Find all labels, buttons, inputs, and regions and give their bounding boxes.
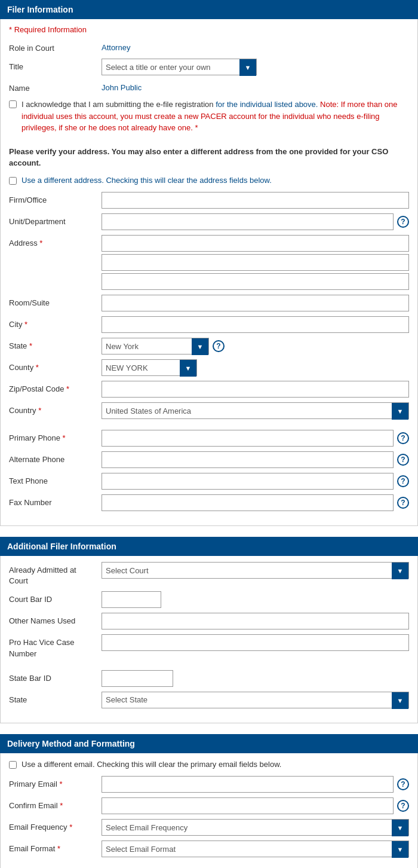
court-label: Already Admitted atCourt <box>9 562 102 586</box>
address-line3-input[interactable] <box>102 273 409 290</box>
additional-state-select-wrapper[interactable]: Select State <box>102 692 409 708</box>
country-control: United States of America <box>102 402 409 419</box>
room-row: Room/Suite <box>9 295 409 311</box>
email-frequency-label: Email Frequency * <box>9 819 102 833</box>
primary-email-control: john.q.public@yourdomain.com ? <box>102 776 409 793</box>
email-frequency-row: Email Frequency * Select Email Frequency <box>9 819 409 836</box>
fax-help-icon[interactable]: ? <box>397 497 409 509</box>
text-phone-help-icon[interactable]: ? <box>397 475 409 487</box>
email-format-select[interactable]: Select Email Format <box>102 841 408 857</box>
name-label: Name <box>9 80 102 94</box>
pro-hac-input[interactable] <box>102 634 409 651</box>
primary-email-help-icon[interactable]: ? <box>397 778 409 790</box>
court-bar-label: Court Bar ID <box>9 591 102 605</box>
different-address-label: Use a different address. Checking this w… <box>21 175 272 186</box>
email-format-control: Select Email Format <box>102 841 409 857</box>
country-select[interactable]: United States of America <box>102 403 408 418</box>
state-row: State * New York ? <box>9 338 409 354</box>
title-select-wrapper[interactable]: Select a title or enter your own <box>102 59 257 75</box>
text-phone-label: Text Phone <box>9 473 102 487</box>
county-select-wrapper[interactable]: NEW YORK <box>102 359 197 376</box>
fax-input[interactable] <box>102 494 394 511</box>
title-control: Select a title or enter your own <box>102 59 409 75</box>
email-format-select-wrapper[interactable]: Select Email Format <box>102 841 409 857</box>
email-format-row: Email Format * Select Email Format <box>9 841 409 857</box>
address-line2-input[interactable] <box>102 254 409 271</box>
primary-phone-input[interactable]: 555-555-3232 <box>102 430 394 447</box>
fax-control: ? <box>102 494 409 511</box>
room-input[interactable] <box>102 295 409 311</box>
state-help-icon[interactable]: ? <box>213 340 225 352</box>
different-email-checkbox[interactable] <box>9 761 17 769</box>
primary-email-row: Primary Email * john.q.public@yourdomain… <box>9 776 409 793</box>
address-label: Address * <box>9 235 102 249</box>
acknowledge-checkbox[interactable] <box>9 100 17 108</box>
state-label: State * <box>9 338 102 352</box>
different-address-checkbox[interactable] <box>9 177 17 185</box>
unit-help-icon[interactable]: ? <box>397 216 409 228</box>
filer-info-body: * Required Information Role in Court Att… <box>0 19 418 526</box>
unit-label: Unit/Department <box>9 213 102 227</box>
additional-state-select[interactable]: Select State <box>102 692 408 708</box>
primary-phone-help-icon[interactable]: ? <box>397 432 409 444</box>
alt-phone-input[interactable] <box>102 451 394 468</box>
city-control: Your Town <box>102 316 409 333</box>
other-names-label: Other Names Used <box>9 613 102 626</box>
address-line1-input[interactable]: 123 Any Street <box>102 235 409 252</box>
court-bar-input[interactable] <box>102 591 161 608</box>
primary-email-input[interactable]: john.q.public@yourdomain.com <box>102 776 394 793</box>
room-label: Room/Suite <box>9 295 102 308</box>
title-row: Title Select a title or enter your own <box>9 59 409 75</box>
fax-label: Fax Number <box>9 494 102 508</box>
acknowledge-text: I acknowledge that I am submitting the e… <box>21 99 409 134</box>
court-control: Select Court <box>102 562 409 579</box>
name-row: Name John Public <box>9 80 409 94</box>
required-note: * Required Information <box>9 25 409 34</box>
name-control: John Public <box>102 80 409 92</box>
state-bar-input[interactable] <box>102 670 173 687</box>
additional-filer-section: Additional Filer Information Already Adm… <box>0 537 418 723</box>
confirm-email-label: Confirm Email * <box>9 797 102 811</box>
city-row: City * Your Town <box>9 316 409 333</box>
role-control: Attorney <box>102 40 409 52</box>
country-select-wrapper[interactable]: United States of America <box>102 402 409 419</box>
zip-input[interactable]: 10022 <box>102 381 409 398</box>
additional-state-label: State <box>9 692 102 705</box>
alt-phone-control: ? <box>102 451 409 468</box>
zip-row: Zip/Postal Code * 10022 <box>9 381 409 398</box>
state-select-wrapper[interactable]: New York <box>102 338 209 354</box>
delivery-body: Use a different email. Checking this wil… <box>0 753 418 868</box>
county-label: County * <box>9 359 102 373</box>
primary-phone-row: Primary Phone * 555-555-3232 ? <box>9 430 409 447</box>
alt-phone-help-icon[interactable]: ? <box>397 454 409 466</box>
room-control <box>102 295 409 311</box>
text-phone-control: ? <box>102 473 409 490</box>
court-select[interactable]: Select Court <box>102 563 408 578</box>
county-control: NEW YORK <box>102 359 409 376</box>
county-select[interactable]: NEW YORK <box>102 360 196 375</box>
city-input[interactable]: Your Town <box>102 316 409 333</box>
additional-state-row: State Select State <box>9 692 409 708</box>
court-bar-control <box>102 591 409 608</box>
additional-filer-header: Additional Filer Information <box>0 537 418 556</box>
state-bar-row: State Bar ID <box>9 670 409 687</box>
alt-phone-row: Alternate Phone ? <box>9 451 409 468</box>
text-phone-row: Text Phone ? <box>9 473 409 490</box>
zip-label: Zip/Postal Code * <box>9 381 102 395</box>
text-phone-input[interactable] <box>102 473 394 490</box>
unit-input[interactable] <box>102 213 394 230</box>
title-select[interactable]: Select a title or enter your own <box>102 59 256 75</box>
state-bar-control <box>102 670 409 687</box>
email-frequency-select-wrapper[interactable]: Select Email Frequency <box>102 819 409 836</box>
unit-control: ? <box>102 213 409 230</box>
confirm-email-help-icon[interactable]: ? <box>397 800 409 812</box>
firm-input[interactable]: Law Offices of John Q. Public <box>102 192 409 209</box>
fax-row: Fax Number ? <box>9 494 409 511</box>
confirm-email-input[interactable]: john.q.public@yourdomain.com <box>102 797 394 814</box>
other-names-input[interactable] <box>102 613 409 629</box>
state-select[interactable]: New York <box>102 338 208 354</box>
court-select-wrapper[interactable]: Select Court <box>102 562 409 579</box>
unit-row: Unit/Department ? <box>9 213 409 230</box>
email-frequency-select[interactable]: Select Email Frequency <box>102 820 408 835</box>
state-control: New York ? <box>102 338 409 354</box>
